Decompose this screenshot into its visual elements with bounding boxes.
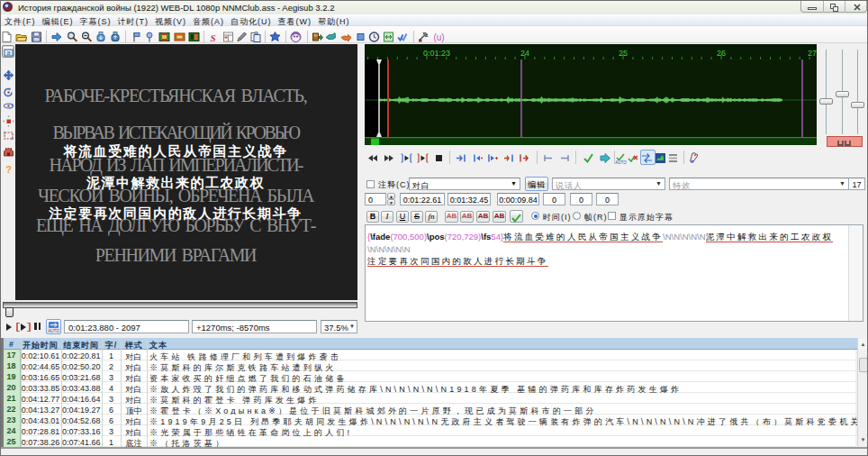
svg-text:0:01:23: 0:01:23 [423,49,450,58]
svg-text:a: a [6,50,10,56]
svg-text:AUTO: AUTO [615,160,627,165]
svg-text:AUTO: AUTO [48,329,59,333]
svg-text:24: 24 [520,49,529,58]
svg-text:S: S [210,32,215,43]
svg-text:27: 27 [808,49,817,58]
svg-text:?: ? [5,164,12,175]
svg-text:25: 25 [619,49,628,58]
svg-text:26: 26 [717,49,726,58]
svg-text:(u): (u) [433,32,444,42]
